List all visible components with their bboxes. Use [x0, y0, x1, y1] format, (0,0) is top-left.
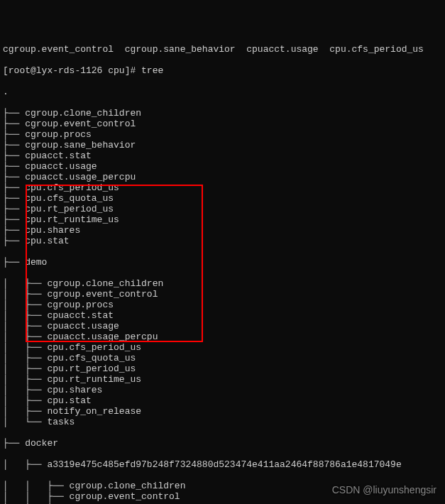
tree-item: │ ├── cpu.stat [3, 395, 442, 406]
tree-item: │ ├── cpuacct.stat [3, 310, 442, 321]
tree-item: ├── cgroup.sane_behavior [3, 140, 442, 150]
tree-item: │ ├── cpu.cfs_quota_us [3, 353, 442, 363]
watermark: CSDN @liuyunshengsir [332, 485, 436, 495]
tree-item: ├── cpuacct.stat [3, 150, 442, 161]
tree-item: │ ├── cgroup.event_control [3, 289, 442, 300]
tree-item: │ ├── cpu.rt_runtime_us [3, 374, 442, 385]
tree-root-dot: . [3, 87, 442, 97]
tree-top-level: ├── cgroup.clone_children├── cgroup.even… [3, 108, 442, 246]
tree-item: │ ├── cgroup.procs [3, 300, 442, 310]
tree-docker-hash-line: │ ├── a3319e475c485efd97b248f7324880d523… [3, 459, 442, 470]
tree-item: │ ├── cpuacct.usage_percpu [3, 332, 442, 342]
tree-item: │ ├── cgroup.clone_children [3, 278, 442, 289]
tree-item: ├── cpu.stat [3, 236, 442, 246]
tree-item: ├── cpu.rt_runtime_us [3, 214, 442, 225]
tree-item: ├── cpu.cfs_quota_us [3, 193, 442, 204]
tree-item: ├── cpu.cfs_period_us [3, 182, 442, 193]
tree-item: ├── cpuacct.usage_percpu [3, 172, 442, 182]
tree-item: ├── cpuacct.usage [3, 161, 442, 172]
tree-docker-dir: ├── docker [3, 438, 442, 449]
tree-demo-contents: │ ├── cgroup.clone_children│ ├── cgroup.… [3, 278, 442, 427]
tree-dir-demo: ├── demo [3, 257, 442, 268]
tree-demo-dir: ├── demo [3, 257, 442, 268]
tree-item: │ └── tasks [3, 417, 442, 427]
tree-item: │ ├── cpu.shares [3, 385, 442, 395]
tree-item: │ ├── cpu.rt_period_us [3, 363, 442, 374]
tree-item: ├── cgroup.event_control [3, 119, 442, 129]
tree-item: │ ├── notify_on_release [3, 406, 442, 417]
header-partial-line: cgroup.event_control cgroup.sane_behavio… [3, 44, 442, 55]
tree-item: ├── cgroup.procs [3, 129, 442, 140]
tree-item: ├── cpu.shares [3, 225, 442, 236]
shell-prompt: [root@lyx-rds-1126 cpu]# tree [3, 65, 442, 76]
tree-item: │ ├── cpuacct.usage [3, 321, 442, 332]
tree-dir-docker: ├── docker [3, 438, 442, 449]
tree-docker-hash: │ ├── a3319e475c485efd97b248f7324880d523… [3, 459, 442, 470]
tree-item: ├── cgroup.clone_children [3, 108, 442, 119]
tree-item: │ ├── cpu.cfs_period_us [3, 342, 442, 353]
tree-item: ├── cpu.rt_period_us [3, 204, 442, 214]
